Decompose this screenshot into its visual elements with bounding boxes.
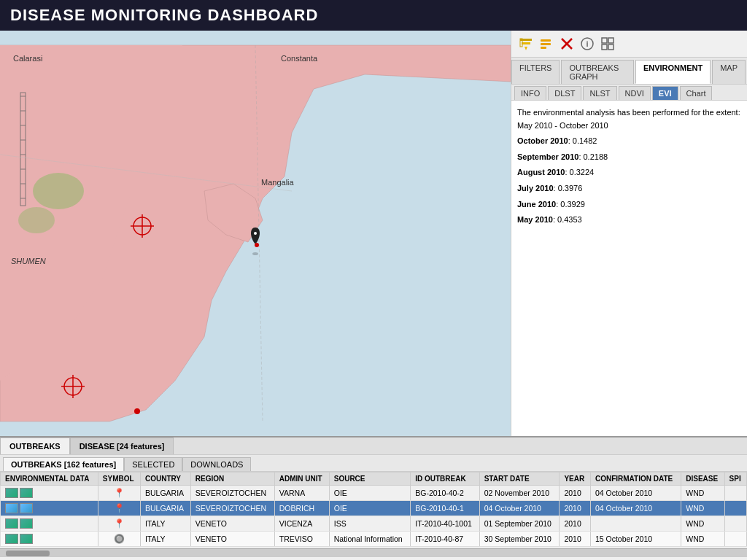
cell-region: VENETO — [190, 532, 274, 547]
table-body: 📍BULGARIASEVEROIZTOCHENVARNAOIEBG-2010-4… — [1, 486, 747, 547]
svg-rect-36 — [541, 39, 551, 42]
svg-rect-45 — [602, 44, 607, 50]
svg-point-5 — [18, 207, 55, 233]
tab-filters[interactable]: FILTERS — [511, 60, 560, 84]
col-region: REGION — [190, 472, 274, 486]
cell-confirmation-date — [590, 516, 681, 532]
sub-tab-dlst[interactable]: DLST — [548, 86, 581, 100]
cell-spi — [724, 501, 746, 516]
cell-source: OIE — [329, 501, 411, 516]
svg-point-27 — [252, 252, 258, 255]
table-row[interactable]: 📍BULGARIASEVEROIZTOCHENDOBRICHOIEBG-2010… — [1, 501, 747, 516]
svg-rect-37 — [541, 43, 551, 45]
main-content: SHUMEN Calarasi Constanta Mangalia — [0, 31, 747, 436]
col-id-outbreak: ID OUTBREAK — [411, 472, 479, 486]
col-symbol: SYMBOL — [98, 472, 140, 486]
table-row[interactable]: 📍BULGARIASEVEROIZTOCHENVARNAOIEBG-2010-4… — [1, 486, 747, 501]
cell-disease: WND — [681, 486, 724, 501]
cell-year: 2010 — [560, 532, 591, 547]
tab-environment[interactable]: ENVIRONMENT — [635, 60, 711, 84]
svg-rect-46 — [608, 44, 614, 50]
cell-region: VENETO — [190, 516, 274, 532]
cell-admin-unit: TREVISO — [274, 532, 329, 547]
cell-year: 2010 — [560, 516, 591, 532]
svg-text:SHUMEN: SHUMEN — [11, 257, 46, 265]
data-table: ENVIRONMENTAL DATA SYMBOL COUNTRY REGION… — [0, 472, 747, 547]
cell-year: 2010 — [560, 486, 591, 501]
tab-map[interactable]: MAP — [712, 60, 746, 84]
right-panel: i FILTERS OUTBREAKS GRAPH ENVIRONMENT MA… — [511, 31, 747, 436]
table-row[interactable]: 📍ITALYVENETOVICENZAISSIT-2010-40-100101 … — [1, 516, 747, 532]
svg-point-4 — [33, 173, 84, 209]
col-start-date: START DATE — [479, 472, 560, 486]
cell-spi — [724, 532, 746, 547]
cell-country: ITALY — [140, 532, 190, 547]
sub-tab-selected[interactable]: SELECTED — [124, 457, 182, 471]
filter-toolbar-icon[interactable] — [517, 35, 535, 52]
cell-id-outbreak: BG-2010-40-2 — [411, 486, 479, 501]
bottom-tab-outbreaks[interactable]: OUTBREAKS — [0, 438, 70, 454]
cell-start-date: 01 September 2010 — [479, 516, 560, 532]
info-toolbar-icon[interactable]: i — [578, 35, 596, 52]
horizontal-scrollbar[interactable] — [0, 548, 747, 557]
grid-toolbar-icon[interactable] — [599, 35, 616, 52]
table-row[interactable]: 🔘ITALYVENETOTREVISONational InformationI… — [1, 532, 747, 547]
tab-outbreaks-graph[interactable]: OUTBREAKS GRAPH — [561, 60, 633, 84]
bottom-tabs: OUTBREAKS DISEASE [24 features] — [0, 438, 747, 455]
cell-disease: WND — [681, 501, 724, 516]
sub-tab-downloads[interactable]: DOWNLOADS — [182, 457, 251, 471]
map-container[interactable]: SHUMEN Calarasi Constanta Mangalia — [0, 31, 511, 436]
bottom-tab-disease[interactable]: DISEASE [24 features] — [70, 438, 174, 454]
cell-symbol: 📍 — [98, 516, 140, 532]
sub-tab-nlst[interactable]: NLST — [583, 86, 616, 100]
svg-rect-43 — [602, 38, 607, 43]
cell-country: BULGARIA — [140, 501, 190, 516]
cell-start-date: 02 November 2010 — [479, 486, 560, 501]
svg-rect-38 — [541, 47, 546, 49]
sub-tab-info[interactable]: INFO — [514, 86, 546, 100]
cell-start-date: 04 October 2010 — [479, 501, 560, 516]
month-item: October 2010: 0.1482 — [517, 135, 741, 148]
month-item: July 2010: 0.3976 — [517, 182, 741, 195]
sub-tab-ndvi[interactable]: NDVI — [619, 86, 651, 100]
cell-symbol: 📍 — [98, 486, 140, 501]
cell-source: National Information — [329, 532, 411, 547]
data-table-container[interactable]: ENVIRONMENTAL DATA SYMBOL COUNTRY REGION… — [0, 472, 747, 548]
svg-rect-33 — [522, 42, 530, 44]
month-item: June 2010: 0.3929 — [517, 198, 741, 211]
cell-disease: WND — [681, 532, 724, 547]
svg-point-29 — [254, 232, 257, 235]
cell-country: BULGARIA — [140, 486, 190, 501]
svg-rect-44 — [608, 38, 614, 43]
layers-toolbar-icon[interactable] — [538, 35, 555, 52]
col-admin-unit: ADMIN UNIT — [274, 472, 329, 486]
col-spi: SPI — [724, 472, 746, 486]
cell-id-outbreak: IT-2010-40-87 — [411, 532, 479, 547]
svg-text:Calarasi: Calarasi — [13, 54, 42, 63]
sub-tab-outbreaks-features[interactable]: OUTBREAKS [162 features] — [3, 457, 124, 471]
month-list: October 2010: 0.1482September 2010: 0.21… — [517, 135, 741, 227]
cell-env-data — [1, 532, 98, 547]
svg-text:i: i — [586, 39, 588, 48]
table-header-row: ENVIRONMENTAL DATA SYMBOL COUNTRY REGION… — [1, 472, 747, 486]
sub-tabs-row: OUTBREAKS [162 features] SELECTED DOWNLO… — [0, 455, 747, 472]
cell-start-date: 30 September 2010 — [479, 532, 560, 547]
sub-tab-chart[interactable]: Chart — [680, 86, 713, 100]
cell-region: SEVEROIZTOCHEN — [190, 501, 274, 516]
cell-symbol: 🔘 — [98, 532, 140, 547]
sub-tab-evi[interactable]: EVI — [652, 86, 678, 100]
page-header: DISEASE MONITORING DASHBOARD — [0, 0, 747, 31]
cell-region: SEVEROIZTOCHEN — [190, 486, 274, 501]
cell-env-data — [1, 486, 98, 501]
cell-symbol: 📍 — [98, 501, 140, 516]
cell-source: OIE — [329, 486, 411, 501]
svg-text:Constanta: Constanta — [281, 54, 318, 63]
svg-point-31 — [134, 408, 140, 414]
env-intro-text: The environmental analysis has been perf… — [517, 106, 741, 132]
cell-env-data — [1, 501, 98, 516]
cell-id-outbreak: IT-2010-40-1001 — [411, 516, 479, 532]
close-toolbar-icon[interactable] — [558, 35, 576, 52]
svg-text:Mangalia: Mangalia — [261, 178, 295, 187]
cell-confirmation-date: 15 October 2010 — [590, 532, 681, 547]
cell-country: ITALY — [140, 516, 190, 532]
